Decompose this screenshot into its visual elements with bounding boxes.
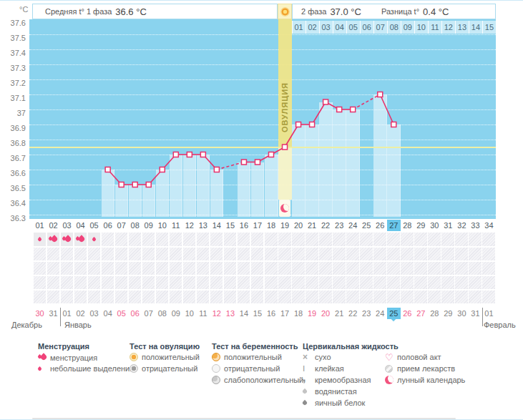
note-cell[interactable] [102, 262, 114, 275]
note-cell[interactable] [401, 262, 414, 275]
note-cell[interactable] [170, 290, 182, 303]
calendar-date-cell[interactable]: 01 [60, 308, 74, 319]
temp-point-day-13[interactable] [200, 152, 205, 157]
calendar-date-cell[interactable]: 02 [74, 308, 87, 319]
menstruation-cell[interactable] [360, 233, 373, 246]
calendar-date-cell[interactable]: 31 [47, 308, 60, 319]
note-cell[interactable] [387, 262, 400, 275]
menstruation-cell[interactable] [373, 233, 386, 246]
cycle-day-cell[interactable]: 32 [455, 220, 469, 231]
menstruation-cell[interactable] [455, 233, 468, 246]
temp-point-day-6[interactable] [105, 167, 110, 172]
note-cell[interactable] [129, 248, 142, 260]
note-cell[interactable] [129, 262, 142, 275]
cycle-day-cell[interactable]: 12 [182, 220, 196, 231]
note-cell[interactable] [373, 276, 386, 289]
temp-point-day-17[interactable] [255, 160, 260, 165]
cycle-day-cell[interactable]: 11 [169, 220, 182, 231]
menstruation-cell[interactable] [197, 233, 210, 246]
calendar-date-cell[interactable]: 27 [414, 308, 428, 319]
note-cell[interactable] [482, 276, 495, 289]
note-cell[interactable] [469, 290, 482, 303]
cycle-day-cell[interactable]: 13 [196, 220, 210, 231]
note-cell[interactable] [170, 248, 182, 260]
temp-point-day-14[interactable] [214, 167, 219, 172]
calendar-date-cell[interactable]: 19 [306, 308, 319, 319]
menstruation-cell[interactable] [156, 233, 169, 246]
note-cell[interactable] [319, 262, 332, 275]
menstruation-cell[interactable] [115, 233, 128, 246]
temp-point-day-27[interactable] [391, 122, 396, 127]
note-cell[interactable] [346, 276, 359, 289]
note-cell[interactable] [88, 276, 101, 289]
note-cell[interactable] [238, 248, 250, 260]
note-cell[interactable] [74, 248, 87, 260]
cycle-day-cell[interactable]: 24 [346, 220, 360, 231]
note-cell[interactable] [441, 290, 454, 303]
temp-point-day-22[interactable] [323, 99, 328, 104]
cycle-day-cell[interactable]: 31 [441, 220, 455, 231]
cycle-day-cell[interactable]: 33 [469, 220, 482, 231]
cycle-day-cell[interactable]: 26 [373, 220, 387, 231]
note-cell[interactable] [156, 276, 169, 289]
menstruation-cell[interactable] [414, 233, 427, 246]
note-cell[interactable] [265, 290, 278, 303]
note-cell[interactable] [333, 290, 346, 303]
temp-point-day-18[interactable] [269, 152, 274, 157]
cycle-day-cell[interactable]: 34 [482, 220, 496, 231]
calendar-date-cell[interactable]: 26 [401, 308, 414, 319]
cycle-day-cell[interactable]: 25 [360, 220, 373, 231]
calendar-date-cell[interactable]: 14 [237, 308, 250, 319]
note-cell[interactable] [251, 290, 264, 303]
calendar-date-cell[interactable]: 04 [101, 308, 114, 319]
note-cell[interactable] [387, 276, 400, 289]
note-cell[interactable] [441, 248, 454, 260]
note-cell[interactable] [455, 290, 468, 303]
menstruation-cell[interactable] [441, 233, 454, 246]
note-cell[interactable] [34, 290, 47, 303]
calendar-date-cell[interactable]: 28 [428, 308, 441, 319]
cycle-day-cell[interactable]: 02 [47, 220, 60, 231]
note-cell[interactable] [265, 276, 278, 289]
note-cell[interactable] [414, 248, 427, 260]
note-cell[interactable] [224, 262, 237, 275]
note-cell[interactable] [197, 276, 210, 289]
note-cell[interactable] [224, 248, 237, 260]
note-cell[interactable] [210, 248, 223, 260]
menstruation-cell[interactable] [469, 233, 482, 246]
calendar-date-cell[interactable]: 13 [223, 308, 237, 319]
note-cell[interactable] [401, 248, 414, 260]
temp-point-day-23[interactable] [337, 107, 342, 112]
calendar-date-cell[interactable]: 05 [114, 308, 128, 319]
note-cell[interactable] [183, 276, 196, 289]
cycle-day-cell[interactable]: 08 [128, 220, 142, 231]
menstruation-cell[interactable] [251, 233, 264, 246]
note-cell[interactable] [238, 276, 250, 289]
temp-point-day-10[interactable] [160, 167, 165, 172]
cycle-day-cell[interactable]: 05 [87, 220, 101, 231]
note-cell[interactable] [428, 276, 441, 289]
temp-point-day-19[interactable] [283, 145, 288, 150]
cycle-day-cell[interactable]: 10 [155, 220, 169, 231]
note-cell[interactable] [333, 262, 346, 275]
note-cell[interactable] [74, 276, 87, 289]
note-cell[interactable] [319, 248, 332, 260]
note-cell[interactable] [142, 290, 155, 303]
temp-point-day-21[interactable] [310, 122, 315, 127]
note-cell[interactable] [170, 276, 182, 289]
menstruation-cell[interactable] [210, 233, 223, 246]
note-cell[interactable] [102, 248, 114, 260]
note-cell[interactable] [292, 276, 305, 289]
calendar-date-cell[interactable]: 15 [250, 308, 264, 319]
note-cell[interactable] [401, 290, 414, 303]
note-cell[interactable] [306, 276, 318, 289]
note-cell[interactable] [482, 262, 495, 275]
note-cell[interactable] [455, 248, 468, 260]
note-cell[interactable] [115, 290, 128, 303]
note-cell[interactable] [469, 248, 482, 260]
note-cell[interactable] [428, 262, 441, 275]
note-cell[interactable] [265, 248, 278, 260]
note-cell[interactable] [373, 248, 386, 260]
cycle-day-cell[interactable]: 29 [414, 220, 428, 231]
note-cell[interactable] [142, 262, 155, 275]
